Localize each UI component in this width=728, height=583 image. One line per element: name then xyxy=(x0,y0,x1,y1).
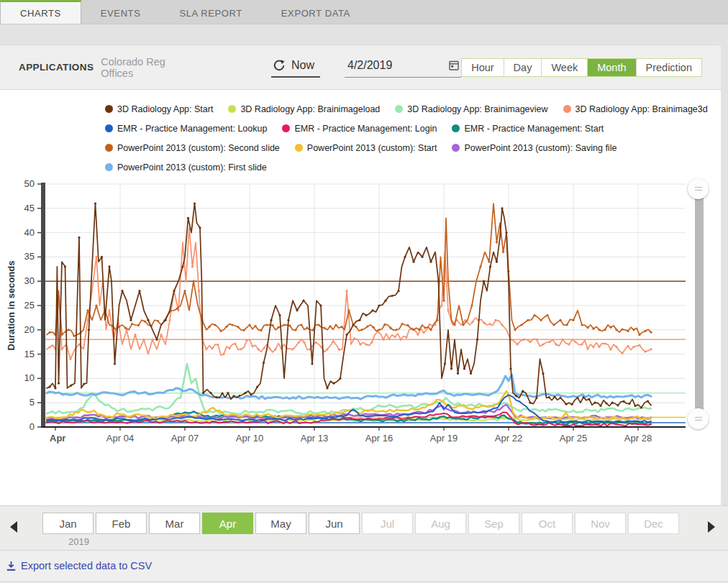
month-button-jul: Jul xyxy=(362,513,413,534)
month-button-jan[interactable]: Jan xyxy=(42,513,94,534)
legend-dot xyxy=(282,124,290,132)
month-button-dec: Dec xyxy=(628,513,679,534)
legend-label: 3D Radiology App: Start xyxy=(117,104,213,114)
tab-charts[interactable]: CHARTS xyxy=(0,0,81,24)
legend-item-3d-radiology-app-brainimage3d[interactable]: 3D Radiology App: Brainimage3d xyxy=(563,104,708,114)
now-label: Now xyxy=(291,59,314,72)
date-value: 4/2/2019 xyxy=(347,59,392,72)
svg-text:Apr 04: Apr 04 xyxy=(106,433,134,444)
legend-label: PowerPoint 2013 (custom): Saving file xyxy=(464,143,616,153)
legend-dot xyxy=(395,105,403,113)
date-input[interactable]: 4/2/2019 xyxy=(345,57,461,78)
next-year-arrow[interactable] xyxy=(708,521,715,533)
toolbar: APPLICATIONS Colorado Reg Offices Now 4/… xyxy=(0,45,721,90)
download-icon xyxy=(6,561,17,571)
svg-text:Duration in seconds: Duration in seconds xyxy=(6,261,17,351)
chart-legend: 3D Radiology App: Start3D Radiology App:… xyxy=(105,99,721,177)
legend-dot xyxy=(295,144,303,152)
svg-text:15: 15 xyxy=(24,349,35,359)
legend-item-emr-practice-management-lookup[interactable]: EMR - Practice Management: Lookup xyxy=(105,124,267,134)
legend-item-3d-radiology-app-brainimageload[interactable]: 3D Radiology App: Brainimageload xyxy=(228,104,380,114)
export-csv-link[interactable]: Export selected data to CSV xyxy=(6,560,152,571)
month-button-may[interactable]: May xyxy=(255,513,306,534)
legend-dot xyxy=(105,144,113,152)
svg-text:5: 5 xyxy=(29,397,35,408)
svg-text:25: 25 xyxy=(24,300,35,311)
applications-label: APPLICATIONS xyxy=(19,62,94,73)
svg-text:Apr 22: Apr 22 xyxy=(495,433,522,444)
svg-text:Apr: Apr xyxy=(50,433,65,444)
month-button-sep: Sep xyxy=(468,513,519,534)
legend-item-3d-radiology-app-brainimageview[interactable]: 3D Radiology App: Brainimageview xyxy=(395,104,547,114)
svg-text:Apr 16: Apr 16 xyxy=(365,433,393,444)
month-button-apr[interactable]: Apr xyxy=(202,513,253,534)
svg-text:0: 0 xyxy=(29,421,35,432)
month-button-mar[interactable]: Mar xyxy=(149,513,200,534)
grip-icon xyxy=(695,417,702,421)
range-button-week[interactable]: Week xyxy=(541,59,587,76)
legend-label: EMR - Practice Management: Lookup xyxy=(117,124,267,134)
month-selector: JanFebMarAprMayJunJulAugSepOctNovDec 201… xyxy=(0,505,728,551)
legend-item-powerpoint-2013-custom-first-slide[interactable]: PowerPoint 2013 (custom): First slide xyxy=(105,162,267,173)
app-root: CHARTSEVENTSSLA REPORTEXPORT DATA APPLIC… xyxy=(0,0,728,581)
legend-dot xyxy=(105,124,113,132)
range-slider-top-handle[interactable] xyxy=(688,178,709,199)
range-slider-bottom-handle[interactable] xyxy=(688,408,709,429)
svg-text:45: 45 xyxy=(24,203,35,214)
legend-dot xyxy=(452,144,460,152)
chart-card: 3D Radiology App: Start3D Radiology App:… xyxy=(0,90,721,505)
svg-text:Apr 19: Apr 19 xyxy=(430,433,458,444)
range-button-day[interactable]: Day xyxy=(504,59,542,76)
svg-text:Apr 13: Apr 13 xyxy=(301,433,328,444)
range-slider-track[interactable] xyxy=(695,188,704,420)
legend-label: PowerPoint 2013 (custom): Second slide xyxy=(117,143,280,153)
export-csv-label: Export selected data to CSV xyxy=(21,560,152,571)
footer-bar: Export selected data to CSV xyxy=(0,551,728,581)
month-buttons: JanFebMarAprMayJunJulAugSepOctNovDec xyxy=(42,513,681,534)
legend-label: 3D Radiology App: Brainimageview xyxy=(407,104,547,114)
legend-item-emr-practice-management-login[interactable]: EMR - Practice Management: Login xyxy=(282,124,437,134)
month-button-jun[interactable]: Jun xyxy=(309,513,360,534)
application-name[interactable]: Colorado Reg Offices xyxy=(101,56,186,79)
svg-text:10: 10 xyxy=(24,372,35,383)
legend-label: EMR - Practice Management: Login xyxy=(294,124,437,134)
range-button-month[interactable]: Month xyxy=(587,59,635,76)
month-button-aug: Aug xyxy=(415,513,466,534)
legend-label: PowerPoint 2013 (custom): Start xyxy=(307,143,437,153)
legend-item-powerpoint-2013-custom-saving-file[interactable]: PowerPoint 2013 (custom): Saving file xyxy=(452,143,616,153)
legend-item-powerpoint-2013-custom-second-slide[interactable]: PowerPoint 2013 (custom): Second slide xyxy=(105,143,280,153)
timeseries-chart[interactable]: AprApr 04Apr 07Apr 10Apr 13Apr 16Apr 19A… xyxy=(0,180,719,446)
svg-text:Apr 07: Apr 07 xyxy=(171,433,199,444)
range-button-prediction[interactable]: Prediction xyxy=(636,59,701,76)
legend-dot xyxy=(105,163,113,171)
month-button-oct: Oct xyxy=(522,513,573,534)
legend-dot xyxy=(452,124,460,132)
legend-dot xyxy=(563,105,571,113)
month-button-feb[interactable]: Feb xyxy=(96,513,147,534)
grip-icon xyxy=(695,187,702,190)
chart-range-slider xyxy=(686,180,712,431)
now-button[interactable]: Now xyxy=(271,57,320,78)
svg-text:Apr 10: Apr 10 xyxy=(236,433,263,444)
svg-text:40: 40 xyxy=(24,227,35,238)
svg-text:50: 50 xyxy=(24,180,35,189)
prev-year-arrow[interactable] xyxy=(10,521,17,533)
month-button-nov: Nov xyxy=(575,513,626,534)
tab-sla-report[interactable]: SLA REPORT xyxy=(160,0,261,24)
tab-events[interactable]: EVENTS xyxy=(81,0,160,24)
legend-label: EMR - Practice Management: Start xyxy=(464,124,604,134)
legend-label: 3D Radiology App: Brainimageload xyxy=(240,104,380,114)
tab-export-data[interactable]: EXPORT DATA xyxy=(262,0,370,24)
year-label: 2019 xyxy=(68,536,89,547)
legend-dot xyxy=(105,105,113,113)
svg-text:30: 30 xyxy=(24,275,35,286)
calendar-icon[interactable] xyxy=(448,60,460,71)
legend-item-3d-radiology-app-start[interactable]: 3D Radiology App: Start xyxy=(105,104,213,114)
legend-label: PowerPoint 2013 (custom): First slide xyxy=(117,162,267,173)
range-button-hour[interactable]: Hour xyxy=(462,59,503,76)
tab-bar: CHARTSEVENTSSLA REPORTEXPORT DATA xyxy=(0,0,728,24)
legend-item-powerpoint-2013-custom-start[interactable]: PowerPoint 2013 (custom): Start xyxy=(295,143,437,153)
svg-text:20: 20 xyxy=(24,324,35,335)
legend-item-emr-practice-management-start[interactable]: EMR - Practice Management: Start xyxy=(452,124,604,134)
legend-dot xyxy=(228,105,236,113)
